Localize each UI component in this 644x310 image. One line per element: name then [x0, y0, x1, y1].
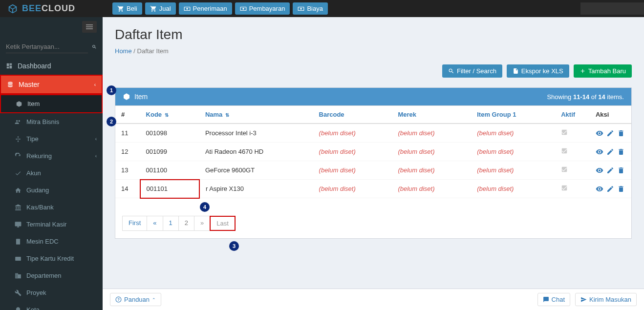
top-btn-pembayaran[interactable]: Pembayaran	[235, 2, 290, 15]
sidebar-item-akun[interactable]: Akun	[0, 165, 103, 182]
cell-aktif	[555, 124, 590, 143]
sidebar-item-mitra-bisnis[interactable]: Mitra Bisnis	[0, 113, 103, 130]
top-btn-biaya[interactable]: Biaya	[293, 2, 328, 15]
cell-aktif	[555, 161, 590, 180]
add-button[interactable]: Tambah Baru	[574, 64, 632, 78]
svg-rect-16	[562, 186, 567, 191]
home-icon	[15, 187, 21, 194]
sidebar-item-kas/bank[interactable]: Kas/Bank	[0, 199, 103, 216]
svg-point-10	[18, 141, 19, 142]
cell-group: (belum diset)	[471, 124, 555, 143]
top-btn-label: Beli	[127, 5, 137, 12]
plus-icon	[580, 68, 586, 74]
page-first[interactable]: First	[122, 216, 147, 231]
check-icon	[561, 147, 568, 154]
sidebar-item-departemen[interactable]: Departemen	[0, 267, 103, 273]
chevron-icon: ‹	[95, 136, 97, 142]
sidebar-item-gudang[interactable]: Gudang	[0, 182, 103, 199]
top-buttons: BeliJualPenerimaanPembayaranBiaya	[103, 2, 328, 15]
callout-1: 1	[107, 85, 116, 95]
sidebar-item-tipe-kartu-kredit[interactable]: Tipe Kartu Kredit	[0, 250, 103, 267]
chevron-icon: ‹	[95, 153, 97, 159]
svg-rect-13	[562, 130, 567, 135]
cell-barcode: (belum diset)	[313, 143, 392, 161]
search-icon[interactable]	[92, 43, 97, 51]
sidebar-item-label: Mesin EDC	[26, 238, 59, 245]
sidebar-item-terminal-kasir[interactable]: Terminal Kasir	[0, 216, 103, 233]
edit-icon[interactable]	[606, 129, 614, 137]
sort-icon: ⇅	[165, 112, 169, 118]
cell-kode: 001101	[140, 180, 199, 198]
top-btn-penerimaan[interactable]: Penerimaan	[179, 2, 232, 15]
col-group[interactable]: Item Group 1	[471, 106, 555, 124]
sidebar-item-item[interactable]: Item	[0, 94, 103, 113]
sidebar-item-master[interactable]: Master‹	[0, 75, 103, 94]
page-last: Last	[210, 216, 236, 231]
view-icon[interactable]	[596, 166, 603, 174]
top-btn-label: Penerimaan	[193, 5, 227, 12]
cell-aksi	[590, 161, 631, 180]
check-icon	[561, 166, 568, 173]
sidebar-item-label: Master	[19, 81, 40, 88]
sidebar-item-label: Terminal Kasir	[26, 221, 66, 228]
cell-num: 12	[115, 143, 140, 161]
search-input[interactable]	[6, 41, 88, 53]
col-aktif[interactable]: Aktif	[555, 106, 590, 124]
col-nama[interactable]: Nama ⇅	[199, 106, 313, 124]
col-num: #	[115, 106, 140, 124]
hamburger-icon[interactable]	[82, 21, 97, 33]
delete-icon[interactable]	[617, 166, 625, 174]
panel-title: Item	[134, 93, 148, 101]
table-row: 11001098Processor Intel i-3(belum diset)…	[115, 124, 631, 143]
breadcrumb-current: Daftar Item	[137, 47, 169, 55]
cell-barcode: (belum diset)	[313, 180, 392, 198]
cell-nama: Ati Radeon 4670 HD	[199, 143, 313, 161]
sidebar-item-tipe[interactable]: Tipe‹	[0, 130, 103, 147]
sidebar-item-mesin-edc[interactable]: Mesin EDC	[0, 233, 103, 250]
edit-icon[interactable]	[606, 166, 614, 174]
sidebar-item-rekuring[interactable]: Rekuring‹	[0, 147, 103, 165]
export-button[interactable]: Ekspor ke XLS	[507, 64, 569, 78]
view-icon[interactable]	[596, 148, 603, 156]
callout-4: 4	[200, 202, 210, 212]
sidebar-item-label: Akun	[26, 169, 41, 177]
filter-button[interactable]: Filter / Search	[442, 64, 502, 78]
delete-icon[interactable]	[617, 185, 625, 193]
cube-icon	[123, 93, 130, 101]
logo[interactable]: BEECLOUD	[0, 0, 103, 17]
delete-icon[interactable]	[617, 148, 625, 156]
page-prev[interactable]: «	[147, 216, 163, 231]
cart-icon	[117, 5, 124, 12]
table-row: 13001100GeForce 9600GT(belum diset)(belu…	[115, 161, 631, 180]
sidebar-item-dashboard[interactable]: Dashboard	[0, 57, 103, 75]
edit-icon[interactable]	[606, 148, 614, 156]
col-barcode[interactable]: Barcode	[313, 106, 392, 124]
col-merek[interactable]: Merek	[392, 106, 471, 124]
table-row: 14001101r Aspire X130(belum diset)(belum…	[115, 180, 631, 198]
sort-icon: ⇅	[225, 112, 229, 118]
delete-icon[interactable]	[617, 129, 625, 137]
sidebar-item-label: Departemen	[26, 272, 62, 273]
breadcrumb-home[interactable]: Home	[115, 47, 132, 55]
col-aksi: Aksi	[590, 106, 631, 124]
page-2[interactable]: 2	[178, 216, 194, 231]
view-icon[interactable]	[596, 129, 603, 137]
dashboard-icon	[6, 62, 13, 69]
svg-rect-11	[16, 239, 20, 245]
edit-icon[interactable]	[606, 185, 614, 193]
cell-merek: (belum diset)	[392, 180, 471, 198]
content: Daftar Item Home / Daftar Item Filter / …	[103, 0, 644, 273]
page-1[interactable]: 1	[163, 216, 179, 231]
cube-icon	[16, 101, 22, 107]
top-btn-beli[interactable]: Beli	[112, 2, 142, 15]
logo-icon	[7, 3, 18, 14]
money-icon	[184, 5, 191, 12]
check-icon	[561, 129, 568, 136]
check-icon	[15, 170, 21, 177]
view-icon[interactable]	[596, 185, 603, 193]
pagination: First « 1 2 » Last	[115, 208, 631, 238]
top-btn-jual[interactable]: Jual	[145, 2, 176, 15]
col-kode[interactable]: Kode ⇅	[140, 106, 199, 124]
cell-merek: (belum diset)	[392, 161, 471, 180]
user-area[interactable]	[580, 2, 644, 15]
